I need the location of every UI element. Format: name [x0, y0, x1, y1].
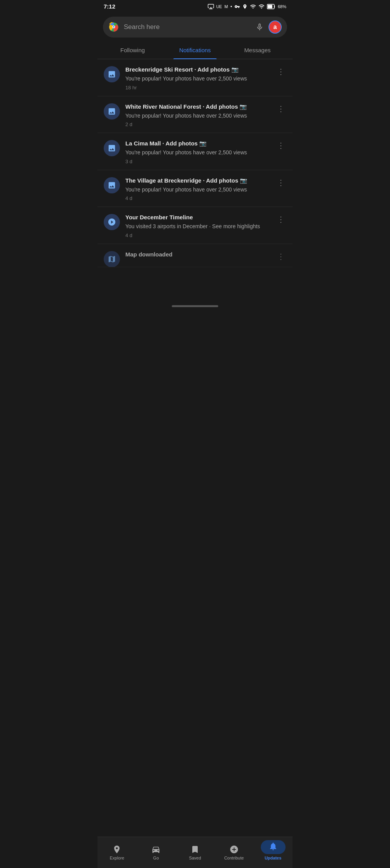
- notification-icon-wrap: [104, 140, 120, 156]
- avatar[interactable]: a: [269, 21, 282, 34]
- notification-icon-wrap: [104, 103, 120, 120]
- key-icon: [234, 4, 240, 9]
- notification-time: 4 d: [125, 195, 270, 201]
- notification-title: La Cima Mall · Add photos 📷: [125, 139, 270, 147]
- notification-body: You're popular! Your photos have over 2,…: [125, 112, 270, 120]
- notifications-list: Breckenridge Ski Resort · Add photos 📷 Y…: [98, 59, 292, 267]
- notification-title: Your December Timeline: [125, 213, 270, 221]
- notification-item[interactable]: Your December Timeline You visited 3 air…: [98, 207, 292, 244]
- status-bar: 7:12 UE M ● 68%: [98, 0, 292, 12]
- location-icon: [242, 4, 248, 9]
- home-indicator: [172, 305, 218, 307]
- notification-content: La Cima Mall · Add photos 📷 You're popul…: [125, 139, 270, 164]
- notification-icon-wrap: [104, 214, 120, 230]
- notification-content: White River National Forest · Add photos…: [125, 103, 270, 128]
- notification-item[interactable]: La Cima Mall · Add photos 📷 You're popul…: [98, 133, 292, 170]
- notification-content: The Village at Breckenridge · Add photos…: [125, 176, 270, 202]
- mic-icon[interactable]: [255, 23, 264, 31]
- photo-add-icon: [108, 70, 116, 79]
- svg-rect-2: [268, 5, 272, 8]
- notification-body: You visited 3 airports in December · See…: [125, 223, 270, 231]
- notification-time: 4 d: [125, 232, 270, 238]
- notification-menu-button[interactable]: ⋮: [275, 103, 286, 115]
- notification-title: Map downloaded: [125, 250, 270, 258]
- notification-body: You're popular! Your photos have over 2,…: [125, 149, 270, 157]
- google-maps-logo: [108, 22, 119, 32]
- notification-icon-wrap: [104, 251, 120, 267]
- photo-add-icon: [108, 144, 116, 152]
- airplay-icon: [208, 3, 214, 10]
- notification-item[interactable]: Breckenridge Ski Resort · Add photos 📷 Y…: [98, 59, 292, 96]
- m-indicator: M: [224, 4, 228, 9]
- wifi-icon: [250, 3, 256, 10]
- notification-menu-button[interactable]: ⋮: [275, 176, 286, 189]
- notification-body: You're popular! Your photos have over 2,…: [125, 186, 270, 194]
- tab-messages[interactable]: Messages: [226, 41, 289, 59]
- notification-title: Breckenridge Ski Resort · Add photos 📷: [125, 65, 270, 73]
- tab-following[interactable]: Following: [101, 41, 164, 59]
- search-bar[interactable]: Search here a: [103, 17, 287, 38]
- tab-notifications[interactable]: Notifications: [164, 41, 226, 59]
- tabs-bar: Following Notifications Messages: [98, 41, 292, 59]
- svg-point-4: [113, 26, 115, 28]
- search-placeholder: Search here: [124, 23, 251, 31]
- timeline-icon: [108, 218, 116, 226]
- svg-marker-0: [209, 7, 212, 9]
- search-container: Search here a: [98, 12, 292, 41]
- notification-menu-button[interactable]: ⋮: [275, 65, 286, 78]
- notification-menu-button[interactable]: ⋮: [275, 139, 286, 152]
- photo-add-icon: [108, 107, 116, 116]
- notification-time: 2 d: [125, 121, 270, 127]
- battery-percentage: 68%: [278, 4, 286, 9]
- notification-content: Map downloaded: [125, 250, 270, 260]
- notification-body: You're popular! Your photos have over 2,…: [125, 75, 270, 83]
- notification-title: White River National Forest · Add photos…: [125, 103, 270, 111]
- ue-indicator: UE: [216, 4, 222, 9]
- bottom-spacer: [98, 267, 292, 302]
- notification-icon-wrap: [104, 177, 120, 193]
- notification-icon-wrap: [104, 66, 120, 82]
- map-icon: [108, 255, 116, 263]
- notification-item[interactable]: The Village at Breckenridge · Add photos…: [98, 170, 292, 207]
- notification-content: Your December Timeline You visited 3 air…: [125, 213, 270, 238]
- notification-time: 18 hr: [125, 85, 270, 91]
- notification-title: The Village at Breckenridge · Add photos…: [125, 176, 270, 185]
- notification-content: Breckenridge Ski Resort · Add photos 📷 Y…: [125, 65, 270, 91]
- notification-item[interactable]: White River National Forest · Add photos…: [98, 96, 292, 133]
- battery-icon: [267, 4, 275, 9]
- notification-menu-button[interactable]: ⋮: [275, 213, 286, 226]
- status-time: 7:12: [104, 3, 115, 10]
- photo-add-icon: [108, 181, 116, 190]
- notification-time: 3 d: [125, 159, 270, 164]
- notification-menu-button[interactable]: ⋮: [275, 250, 286, 263]
- status-icons: UE M ● 68%: [208, 3, 286, 10]
- dot-indicator: ●: [230, 5, 232, 8]
- signal-icon: [258, 3, 265, 10]
- notification-item[interactable]: Map downloaded ⋮: [98, 244, 292, 267]
